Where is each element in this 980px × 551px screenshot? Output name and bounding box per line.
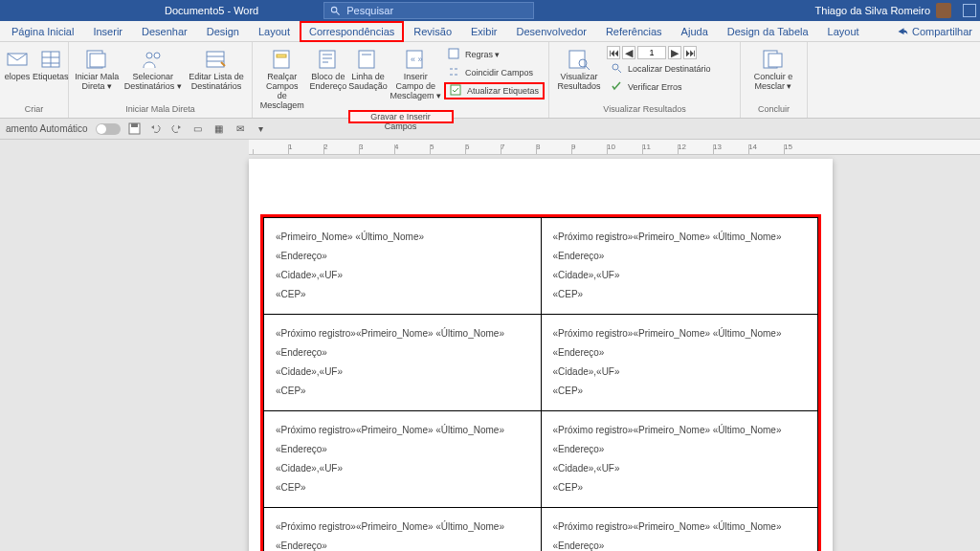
regras-button[interactable]: Regras ▾ <box>444 46 545 63</box>
merge-field-line: «CEP» <box>553 285 807 304</box>
share-button[interactable]: Compartilhar <box>889 26 980 37</box>
verificar-label: Verificar Erros <box>628 82 682 92</box>
first-record-button[interactable]: ⏮ <box>607 46 620 59</box>
prev-record-button[interactable]: ◀ <box>622 46 635 59</box>
verificar-erros-button[interactable]: Verificar Erros <box>607 78 715 96</box>
svg-rect-8 <box>90 54 105 67</box>
merge-field-line: «Próximo registro»«Primeiro_Nome» «Últim… <box>553 518 807 537</box>
label-cell[interactable]: «Próximo registro»«Primeiro_Nome» «Últim… <box>264 411 542 508</box>
inserir-campo-button[interactable]: « » Inserir Campo de Mesclagem ▾ <box>390 44 442 100</box>
ribbon: elopes Etiquetas Criar Iniciar Mala Dire… <box>0 42 980 119</box>
svg-rect-14 <box>274 51 289 68</box>
tab-referencias[interactable]: Referências <box>596 21 672 42</box>
tab-desenvolvedor[interactable]: Desenvolvedor <box>507 21 596 42</box>
merge-field-line: «Próximo registro»«Primeiro_Nome» «Últim… <box>276 518 529 537</box>
label-cell[interactable]: «Próximo registro»«Primeiro_Nome» «Últim… <box>541 218 818 315</box>
realcar-campos-button[interactable]: Realçar Campos de Mesclagem <box>256 44 308 110</box>
ribbon-display-options-icon[interactable] <box>963 4 976 17</box>
record-number-input[interactable] <box>637 46 666 59</box>
redo-icon[interactable] <box>170 122 184 136</box>
merge-field-line: «Cidade»,«UF» <box>553 459 807 478</box>
undo-icon[interactable] <box>149 122 163 136</box>
merge-field-line: «CEP» <box>276 382 529 401</box>
etiquetas-button[interactable]: Etiquetas <box>33 44 69 81</box>
svg-text:« »: « » <box>411 55 423 64</box>
svg-point-9 <box>146 53 152 58</box>
svg-rect-25 <box>451 85 460 95</box>
horizontal-ruler[interactable]: 123456789101112131415 <box>249 140 980 155</box>
share-label: Compartilhar <box>912 26 972 37</box>
quick-access-toolbar: amento Automático ▭ ▦ ✉ ▾ <box>0 119 980 140</box>
tab-desenhar[interactable]: Desenhar <box>132 21 197 42</box>
tab-ajuda[interactable]: Ajuda <box>672 21 718 42</box>
search-box[interactable]: Pesquisar <box>323 2 534 19</box>
bloco-endereco-button[interactable]: Bloco de Endereço <box>310 44 347 91</box>
labels-table: «Primeiro_Nome» «Último_Nome» «Endereço»… <box>263 217 818 551</box>
tab-pagina-inicial[interactable]: Página Inicial <box>2 21 83 42</box>
merge-field-line: «Próximo registro»«Primeiro_Nome» «Últim… <box>553 228 807 247</box>
svg-line-1 <box>336 11 339 14</box>
autosave-toggle[interactable] <box>96 123 121 135</box>
ribbon-tabs: Página Inicial Inserir Desenhar Design L… <box>0 21 980 42</box>
selecionar-label: Selecionar Destinatários ▾ <box>124 72 182 91</box>
envelopes-label: elopes <box>5 72 31 81</box>
merge-field-line: «Cidade»,«UF» <box>553 363 807 382</box>
tab-layout-tabela[interactable]: Layout <box>818 21 869 42</box>
tab-layout[interactable]: Layout <box>249 21 300 42</box>
concluir-mesclar-button[interactable]: Concluir e Mesclar ▾ <box>745 44 802 91</box>
atualizar-etiquetas-button[interactable]: Atualizar Etiquetas <box>444 82 545 99</box>
selecionar-destinatarios-button[interactable]: Selecionar Destinatários ▾ <box>123 44 183 91</box>
record-navigator: ⏮ ◀ ▶ ⏭ <box>607 46 715 59</box>
tab-inserir[interactable]: Inserir <box>83 21 132 42</box>
merge-field-line: «Cidade»,«UF» <box>276 459 529 478</box>
label-cell[interactable]: «Próximo registro»«Primeiro_Nome» «Últim… <box>541 508 818 552</box>
tab-design-tabela[interactable]: Design da Tabela <box>718 21 818 42</box>
regras-label: Regras ▾ <box>465 50 501 59</box>
iniciar-label: Iniciar Mala Direta ▾ <box>75 72 119 91</box>
linha-saudacao-button[interactable]: Linha de Saudação <box>348 44 388 91</box>
save-icon[interactable] <box>128 122 142 136</box>
coincidir-campos-button[interactable]: Coincidir Campos <box>444 64 545 81</box>
avatar[interactable] <box>936 3 951 18</box>
qat-print-icon[interactable]: ▭ <box>191 122 205 136</box>
group-resultados-label: Visualizar Resultados <box>553 104 736 118</box>
envelopes-button[interactable]: elopes <box>4 44 31 81</box>
qat-dropdown-icon[interactable]: ▾ <box>255 122 268 136</box>
label-cell[interactable]: «Próximo registro»«Primeiro_Nome» «Últim… <box>541 411 818 508</box>
merge-field-line: «CEP» <box>553 382 807 401</box>
tab-correspondencias[interactable]: Correspondências <box>300 21 404 42</box>
document-canvas: «Primeiro_Nome» «Último_Nome» «Endereço»… <box>0 155 980 551</box>
qat-email-icon[interactable]: ✉ <box>234 122 247 136</box>
tab-revisao[interactable]: Revisão <box>404 21 461 42</box>
group-concluir-label: Concluir <box>745 104 803 118</box>
merge-field-line: «Endereço» <box>276 440 529 459</box>
iniciar-mala-direta-button[interactable]: Iniciar Mala Direta ▾ <box>73 44 122 91</box>
localizar-destinatario-button[interactable]: Localizar Destinatário <box>607 60 715 77</box>
svg-point-0 <box>332 7 338 12</box>
visualizar-resultados-button[interactable]: Visualizar Resultados <box>553 44 605 91</box>
merge-field-line: «Endereço» <box>553 537 807 551</box>
search-icon <box>330 6 341 16</box>
merge-field-line: «Endereço» <box>276 537 529 551</box>
atualizar-label: Atualizar Etiquetas <box>467 86 539 96</box>
document-page[interactable]: «Primeiro_Nome» «Último_Nome» «Endereço»… <box>249 159 833 551</box>
svg-rect-34 <box>131 123 138 127</box>
tab-design[interactable]: Design <box>197 21 249 42</box>
last-record-button[interactable]: ⏭ <box>683 46 697 59</box>
search-placeholder: Pesquisar <box>346 5 393 16</box>
next-record-button[interactable]: ▶ <box>668 46 681 59</box>
svg-rect-32 <box>768 54 782 67</box>
tab-exibir[interactable]: Exibir <box>461 21 507 42</box>
label-cell[interactable]: «Próximo registro»«Primeiro_Nome» «Últim… <box>541 315 818 411</box>
editar-lista-button[interactable]: Editar Lista de Destinatários <box>185 44 248 91</box>
group-gravar-label: Gravar e Inserir Campos <box>348 110 454 123</box>
linha-label: Linha de Saudação <box>348 72 388 91</box>
merge-field-line: «Cidade»,«UF» <box>276 363 529 382</box>
merge-field-line: «Cidade»,«UF» <box>553 266 807 285</box>
svg-rect-15 <box>277 55 286 57</box>
label-cell[interactable]: «Primeiro_Nome» «Último_Nome» «Endereço»… <box>264 218 542 315</box>
label-cell[interactable]: «Próximo registro»«Primeiro_Nome» «Últim… <box>264 508 542 552</box>
qat-table-icon[interactable]: ▦ <box>212 122 226 136</box>
label-cell[interactable]: «Próximo registro»«Primeiro_Nome» «Últim… <box>264 315 542 411</box>
svg-rect-16 <box>320 51 335 68</box>
